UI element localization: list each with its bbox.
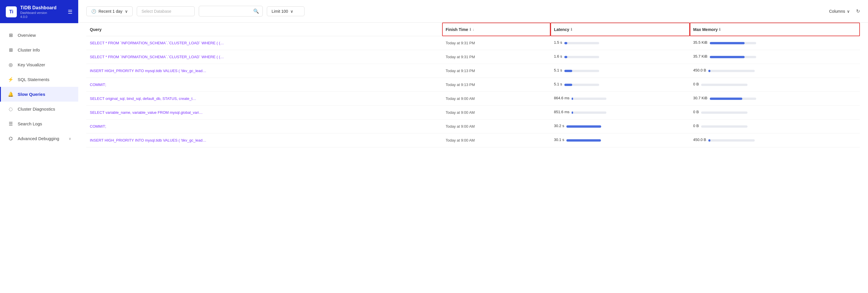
max-memory-column-label: Max Memory [693,27,718,32]
slow-queries-table: Query Finish Time ℹ ↓ Latency ℹ [86,23,860,148]
sidebar-item-sql-statements[interactable]: ⚡ SQL Statements [0,72,78,87]
sidebar-nav: ⊞ Overview ⊞ Cluster Info ◎ Key Visualiz… [0,23,78,293]
sidebar-item-overview[interactable]: ⊞ Overview [0,28,78,42]
table-row[interactable]: INSERT HIGH_PRIORITY INTO mysql.tidb VAL… [86,64,860,78]
sidebar-item-search-logs[interactable]: ☰ Search Logs [0,117,78,131]
latency-value: 851.6 ms [554,110,569,114]
cluster-diagnostics-icon: ◌ [8,106,13,112]
latency-bar-background [564,70,599,72]
memory-value: 35.5 KiB [693,40,708,44]
select-database-dropdown[interactable]: Select Database [137,6,195,16]
latency-cell: 1.5 s [551,36,690,50]
column-header-query: Query [86,23,442,36]
table-row[interactable]: COMMIT;Today at 9:00 AM 30.2 s 0 B [86,120,860,133]
table-row[interactable]: SELECT variable_name, variable_value FRO… [86,106,860,120]
sidebar-item-cluster-info[interactable]: ⊞ Cluster Info [0,42,78,57]
latency-bar [564,42,567,44]
table-header-row: Query Finish Time ℹ ↓ Latency ℹ [86,23,860,36]
select-database-placeholder: Select Database [142,9,172,13]
max-memory-cell: 450.0 B [690,64,860,78]
latency-value: 30.2 s [554,124,564,128]
latency-bar [571,111,573,114]
key-visualizer-icon: ◎ [8,62,13,67]
sidebar-item-cluster-diagnostics[interactable]: ◌ Cluster Diagnostics [0,102,78,117]
latency-value: 864.6 ms [554,96,569,100]
finish-time-cell: Today at 9:13 PM [442,78,551,92]
menu-icon[interactable]: ☰ [68,9,72,15]
limit-chevron-icon: ∨ [290,9,293,13]
sidebar-item-label: Slow Queries [18,92,71,97]
memory-value: 0 B [693,82,699,86]
sidebar-item-slow-queries[interactable]: 🔔 Slow Queries [0,87,78,102]
memory-bar [710,98,742,100]
dashboard-version: Dashboard version [20,11,57,14]
memory-bar [710,56,745,58]
memory-value: 0 B [693,124,699,128]
query-cell: INSERT HIGH_PRIORITY INTO mysql.tidb VAL… [86,133,442,148]
latency-bar [564,84,572,86]
toolbar: 🕐 Recent 1 day ∨ Select Database 🔍 Limit… [78,0,868,23]
finish-time-sort-icon[interactable]: ↓ [472,28,474,32]
refresh-button[interactable]: ↻ [856,8,860,14]
latency-bar [564,56,567,58]
latency-bar-background [571,111,607,114]
time-range-button[interactable]: 🕐 Recent 1 day ∨ [86,6,133,16]
sidebar-item-label: Cluster Info [18,47,71,53]
search-icon[interactable]: 🔍 [253,8,259,14]
latency-bar [566,139,601,141]
latency-cell: 851.6 ms [551,106,690,120]
memory-bar-background [708,70,755,72]
search-input[interactable] [203,9,253,13]
latency-bar [571,98,573,100]
sidebar-logo-area: Ti TiDB Dashboard Dashboard version 4.0.… [6,5,57,19]
table-row[interactable]: COMMIT;Today at 9:13 PM 5.1 s 0 B [86,78,860,92]
table-row[interactable]: INSERT HIGH_PRIORITY INTO mysql.tidb VAL… [86,133,860,148]
main-content: 🕐 Recent 1 day ∨ Select Database 🔍 Limit… [78,0,868,293]
memory-bar [708,70,710,72]
memory-bar [710,42,745,44]
sidebar-item-advanced-debugging[interactable]: ⌬ Advanced Debugging ∨ [0,131,78,146]
finish-time-info-icon: ℹ [470,28,471,32]
memory-value: 30.7 KiB [693,96,708,100]
time-range-label: Recent 1 day [98,9,123,13]
sidebar-title-block: TiDB Dashboard Dashboard version 4.0.0 [20,5,57,19]
latency-bar-background [566,125,601,128]
max-memory-cell: 30.7 KiB [690,92,860,106]
finish-time-cell: Today at 9:31 PM [442,36,551,50]
latency-bar-background [571,98,607,100]
finish-time-cell: Today at 9:00 AM [442,133,551,148]
latency-info-icon: ℹ [571,28,572,32]
max-memory-cell: 0 B [690,106,860,120]
column-header-max-memory: Max Memory ℹ [690,23,860,36]
table-container: Query Finish Time ℹ ↓ Latency ℹ [78,23,868,293]
limit-label: Limit 100 [272,9,288,13]
latency-value: 30.1 s [554,137,564,142]
limit-dropdown[interactable]: Limit 100 ∨ [267,6,305,16]
sidebar-item-label: Key Visualizer [18,62,71,67]
latency-cell: 864.6 ms [551,92,690,106]
sidebar-item-key-visualizer[interactable]: ◎ Key Visualizer [0,57,78,72]
table-row[interactable]: SELECT * FROM `INFORMATION_SCHEMA`.`CLUS… [86,50,860,64]
query-cell: COMMIT; [86,120,442,133]
column-header-finish-time: Finish Time ℹ ↓ [442,23,551,36]
latency-bar [564,70,572,72]
max-memory-cell: 0 B [690,78,860,92]
latency-cell: 1.6 s [551,50,690,64]
latency-bar-background [564,84,599,86]
finish-time-cell: Today at 9:00 AM [442,106,551,120]
table-body: SELECT * FROM `INFORMATION_SCHEMA`.`CLUS… [86,36,860,148]
columns-chevron-icon: ∨ [847,9,850,13]
finish-time-cell: Today at 9:31 PM [442,50,551,64]
memory-bar-background [708,139,755,141]
slow-queries-icon: 🔔 [8,92,13,97]
columns-button[interactable]: Columns ∨ [829,9,850,13]
latency-cell: 30.2 s [551,120,690,133]
table-row[interactable]: SELECT * FROM `INFORMATION_SCHEMA`.`CLUS… [86,36,860,50]
columns-label: Columns [829,9,845,13]
latency-value: 1.5 s [554,40,562,44]
overview-icon: ⊞ [8,32,13,38]
time-chevron-icon: ∨ [125,9,128,13]
table-row[interactable]: SELECT original_sql, bind_sql, default_d… [86,92,860,106]
latency-value: 5.1 s [554,82,562,86]
sidebar-item-label: Advanced Debugging [18,136,65,141]
